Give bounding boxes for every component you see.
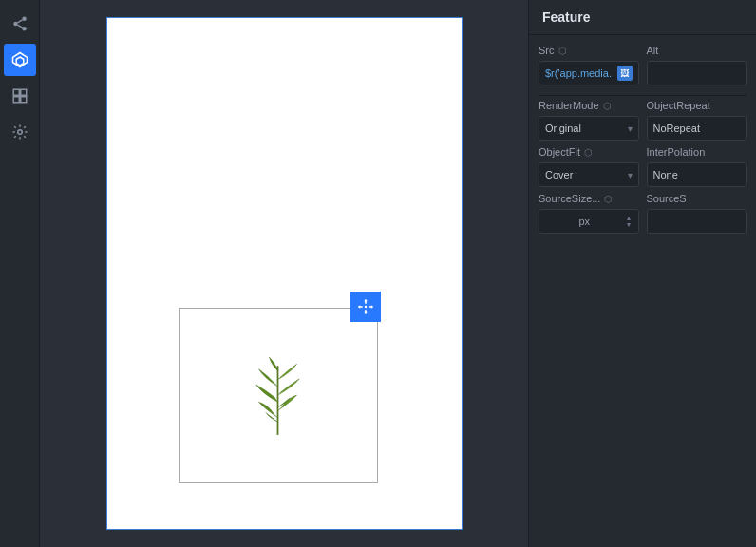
- interpolation-label: InterPolation: [647, 146, 747, 158]
- image-element[interactable]: [179, 308, 378, 483]
- interpolation-dropdown[interactable]: None: [647, 162, 747, 187]
- sidebar-icon-layers[interactable]: [4, 80, 36, 112]
- alt-label: Alt: [647, 45, 747, 56]
- divider-1: [539, 95, 747, 96]
- rendermode-label: RenderMode ⬡: [539, 100, 639, 111]
- sources-label: SourceS: [647, 193, 747, 204]
- interpolation-field-group: InterPolation None: [647, 146, 747, 187]
- rendermode-row: RenderMode ⬡ Original ▾ ObjectRepeat NoR…: [539, 100, 747, 141]
- sources-input[interactable]: [647, 209, 747, 234]
- objectrepeat-field-group: ObjectRepeat NoRepeat: [647, 100, 747, 141]
- svg-point-1: [13, 22, 18, 27]
- plant-illustration: [242, 349, 313, 443]
- objectfit-row: ObjectFit ⬡ Cover ▾ InterPolation None: [539, 146, 747, 187]
- svg-rect-9: [13, 97, 19, 103]
- sourcesize-link-icon[interactable]: ⬡: [604, 194, 613, 204]
- objectrepeat-value: NoRepeat: [653, 123, 701, 134]
- rendermode-chevron: ▾: [628, 123, 633, 134]
- src-value: $r('app.media.: [545, 67, 612, 79]
- sourcesize-label: SourceSize... ⬡: [539, 193, 639, 204]
- page-canvas: [106, 17, 463, 530]
- rendermode-field-group: RenderMode ⬡ Original ▾: [539, 100, 639, 141]
- sidebar-icon-settings[interactable]: [4, 116, 36, 148]
- alt-input[interactable]: [647, 61, 747, 85]
- svg-line-3: [17, 25, 22, 28]
- objectrepeat-dropdown[interactable]: NoRepeat: [647, 116, 747, 141]
- sidebar-icon-components[interactable]: [4, 44, 36, 76]
- panel-content: Src ⬡ $r('app.media. 🖼 Alt: [529, 35, 756, 249]
- src-field-group: Src ⬡ $r('app.media. 🖼: [539, 45, 639, 85]
- panel-title: Feature: [529, 0, 756, 35]
- objectfit-label: ObjectFit ⬡: [539, 146, 639, 158]
- src-input[interactable]: $r('app.media. 🖼: [539, 61, 639, 85]
- px-stepper[interactable]: ▲ ▼: [626, 215, 633, 228]
- svg-point-11: [17, 130, 22, 135]
- sidebar: [0, 0, 40, 547]
- objectfit-link-icon[interactable]: ⬡: [584, 147, 593, 158]
- canvas-area: [40, 0, 528, 547]
- src-link-icon[interactable]: ⬡: [558, 46, 567, 56]
- svg-marker-6: [16, 57, 24, 66]
- sourcesize-unit: px: [578, 216, 590, 227]
- src-label: Src ⬡: [539, 45, 639, 56]
- sourcesize-field-group: SourceSize... ⬡ px ▲ ▼: [539, 193, 639, 234]
- svg-point-12: [364, 306, 367, 309]
- svg-rect-7: [13, 89, 19, 95]
- move-handle[interactable]: [350, 292, 381, 322]
- sourcesize-row: SourceSize... ⬡ px ▲ ▼ SourceS: [539, 193, 747, 234]
- svg-rect-10: [20, 97, 26, 103]
- src-img-icon[interactable]: 🖼: [617, 66, 633, 81]
- svg-point-0: [22, 17, 27, 22]
- objectfit-field-group: ObjectFit ⬡ Cover ▾: [539, 146, 639, 187]
- svg-point-2: [22, 27, 27, 31]
- objectfit-chevron: ▾: [628, 170, 633, 180]
- right-panel: Feature Src ⬡ $r('app.media. 🖼 Alt: [528, 0, 756, 547]
- objectfit-dropdown[interactable]: Cover ▾: [539, 162, 639, 187]
- rendermode-value: Original: [545, 123, 581, 134]
- svg-line-4: [17, 20, 22, 23]
- rendermode-dropdown[interactable]: Original ▾: [539, 116, 639, 141]
- stepper-up[interactable]: ▲: [626, 215, 633, 221]
- rendermode-link-icon[interactable]: ⬡: [603, 101, 612, 111]
- stepper-down[interactable]: ▼: [626, 221, 633, 228]
- sidebar-icon-share[interactable]: [4, 8, 36, 40]
- alt-field-group: Alt: [647, 45, 747, 85]
- src-alt-row: Src ⬡ $r('app.media. 🖼 Alt: [539, 45, 747, 85]
- interpolation-value: None: [653, 169, 678, 180]
- objectrepeat-label: ObjectRepeat: [647, 100, 747, 111]
- objectfit-value: Cover: [545, 169, 573, 180]
- sources-field-group: SourceS: [647, 193, 747, 234]
- sourcesize-px-field[interactable]: px ▲ ▼: [539, 209, 639, 234]
- svg-rect-8: [20, 89, 26, 95]
